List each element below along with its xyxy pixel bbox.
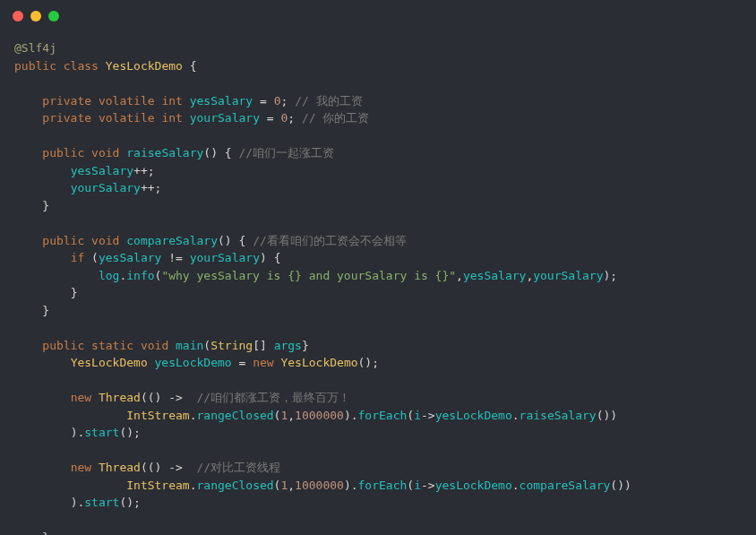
- semi: ;: [280, 94, 288, 108]
- param: i: [414, 409, 421, 422]
- type: String: [210, 339, 253, 352]
- keyword: static: [91, 339, 133, 352]
- brace: }: [42, 531, 49, 535]
- brace: }: [42, 304, 49, 317]
- keyword-class: class: [64, 59, 99, 73]
- type: YesLockDemo: [71, 356, 148, 369]
- call: (): [610, 479, 624, 492]
- op: ++;: [141, 181, 161, 194]
- comment: //对比工资线程: [197, 461, 281, 474]
- var: yesSalary: [99, 251, 161, 264]
- comma: ,: [288, 409, 295, 422]
- brace: {: [190, 59, 197, 73]
- var: yourSalary: [190, 251, 260, 264]
- call: ();: [119, 426, 140, 439]
- field-name: yourSalary: [190, 111, 260, 125]
- type: IntStream: [126, 479, 189, 492]
- call: ();: [119, 496, 140, 509]
- paren: (: [407, 409, 414, 422]
- window-controls: [0, 0, 756, 29]
- op: ++;: [133, 164, 154, 177]
- paren: (: [407, 479, 414, 492]
- keyword: void: [141, 339, 168, 352]
- keyword: public: [42, 234, 84, 247]
- close-icon[interactable]: [13, 11, 23, 22]
- method-name: raiseSalary: [126, 146, 203, 160]
- comment: //看看咱们的工资会不会相等: [253, 234, 407, 247]
- type: Thread: [99, 461, 141, 474]
- var: yesLockDemo: [435, 479, 512, 492]
- comma: ,: [456, 269, 463, 282]
- op: !=: [168, 251, 183, 264]
- type: int: [161, 94, 182, 108]
- paren: (: [91, 251, 99, 264]
- paren: ).: [344, 409, 358, 422]
- number: 1000000: [295, 479, 344, 492]
- close: ).: [71, 496, 85, 509]
- string: "why yesSalary is {} and yourSalary is {…: [161, 269, 456, 282]
- var: log: [99, 269, 119, 282]
- arr: []: [253, 339, 267, 352]
- keyword: volatile: [99, 94, 155, 108]
- annotation: @Slf4j: [14, 41, 56, 55]
- method: start: [84, 496, 119, 509]
- minimize-icon[interactable]: [30, 11, 41, 22]
- var: yourSalary: [71, 181, 141, 194]
- lambda: (() ->: [141, 461, 183, 474]
- keyword: new: [71, 391, 91, 404]
- method: start: [84, 426, 119, 439]
- var: yesLockDemo: [435, 409, 512, 422]
- var: yesSalary: [71, 164, 133, 177]
- method: raiseSalary: [520, 409, 597, 422]
- code-editor[interactable]: @Slf4j public class YesLockDemo { privat…: [0, 29, 756, 535]
- paren: ): [624, 479, 631, 492]
- op: =: [267, 111, 274, 125]
- brace: }: [42, 199, 49, 212]
- arrow: ->: [421, 479, 435, 492]
- comment: //咱们一起涨工资: [238, 146, 334, 160]
- call: (): [597, 409, 611, 422]
- paren: ) {: [260, 251, 280, 264]
- keyword: new: [71, 461, 91, 474]
- method: forEach: [358, 479, 408, 492]
- comma: ,: [288, 479, 295, 492]
- var: yesSalary: [463, 269, 526, 282]
- keyword: volatile: [99, 111, 155, 125]
- close: ).: [71, 426, 85, 439]
- method-name: main: [176, 339, 203, 352]
- paren: ).: [344, 479, 358, 492]
- paren: }: [302, 339, 309, 352]
- paren: ): [610, 409, 617, 422]
- type: int: [161, 111, 182, 125]
- method: forEach: [358, 409, 408, 422]
- keyword: if: [71, 251, 85, 264]
- number: 1000000: [295, 409, 344, 422]
- lambda: (() ->: [141, 391, 183, 404]
- semi: ;: [288, 111, 295, 125]
- comment: //咱们都涨工资，最终百万！: [197, 391, 351, 404]
- maximize-icon[interactable]: [48, 11, 59, 22]
- keyword: void: [91, 234, 119, 247]
- method: compareSalary: [520, 479, 611, 492]
- sig: () {: [218, 234, 245, 247]
- paren: (: [203, 339, 210, 352]
- type: YesLockDemo: [280, 356, 357, 369]
- method: rangeClosed: [197, 479, 274, 492]
- method-name: compareSalary: [126, 234, 218, 247]
- sig: () {: [203, 146, 231, 160]
- keyword: new: [253, 356, 273, 369]
- dot: .: [190, 479, 197, 492]
- arrow: ->: [421, 409, 435, 422]
- class-name: YesLockDemo: [106, 59, 183, 73]
- var: yourSalary: [533, 269, 603, 282]
- paren: );: [604, 269, 618, 282]
- op: =: [238, 356, 245, 369]
- var: yesLockDemo: [155, 356, 232, 369]
- brace: }: [71, 286, 78, 299]
- method: rangeClosed: [197, 409, 274, 422]
- keyword: public: [42, 146, 84, 160]
- keyword: private: [42, 111, 91, 125]
- type: IntStream: [126, 409, 189, 422]
- comment: // 我的工资: [295, 94, 362, 108]
- keyword-public: public: [14, 59, 56, 73]
